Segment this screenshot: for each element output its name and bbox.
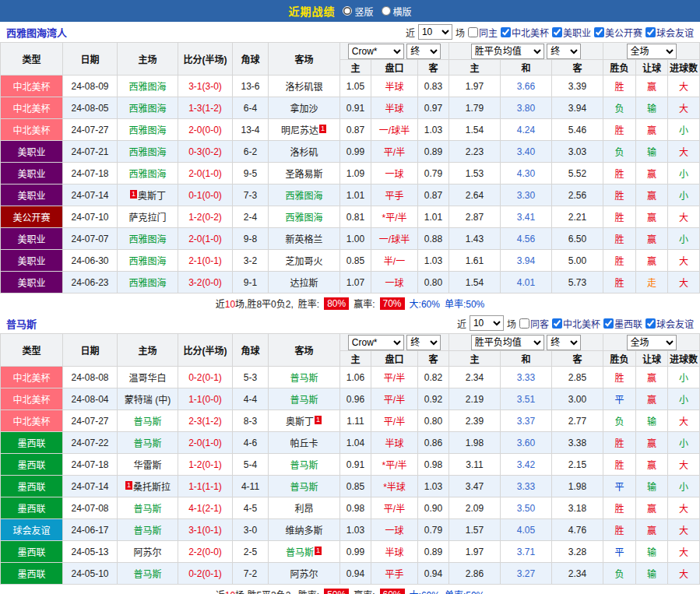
league-checkbox[interactable] xyxy=(552,27,562,37)
recent-count-select[interactable]: 10 xyxy=(470,315,504,331)
team-name-link[interactable]: 圣路易斯 xyxy=(285,169,322,180)
team-name-link[interactable]: 华雷斯 xyxy=(133,460,161,471)
score-link[interactable]: 1-3(1-2) xyxy=(178,97,233,119)
score-link[interactable]: 4-1(2-1) xyxy=(178,497,233,519)
score-link[interactable]: 1-1(1-1) xyxy=(178,476,233,497)
team-name-link[interactable]: 桑托斯拉 xyxy=(133,482,171,493)
team-name-link[interactable]: 洛杉矶银 xyxy=(285,82,322,93)
score-link[interactable]: 2-1(0-1) xyxy=(178,250,233,272)
europe-avg-select[interactable]: 胜平负均值 xyxy=(471,44,544,59)
team-name-link[interactable]: 温哥华白 xyxy=(128,373,166,384)
same-venue-checkbox[interactable] xyxy=(468,27,478,37)
team-name-link[interactable]: 洛杉矶 xyxy=(290,147,318,158)
match-date: 24-06-17 xyxy=(63,519,118,541)
team-name-link[interactable]: 西雅图海 xyxy=(128,256,166,267)
team-name-link[interactable]: 西雅图海 xyxy=(128,104,166,114)
recent-count-select[interactable]: 10 xyxy=(418,24,452,40)
score-link[interactable]: 1-1(0-0) xyxy=(178,388,233,410)
same-venue-filter[interactable]: 同客 xyxy=(519,317,549,330)
league-filter-club-friendly[interactable]: 球会友谊 xyxy=(645,26,694,39)
asia-home-odds: 1.03 xyxy=(340,519,371,541)
team-name-link[interactable]: 普马斯 xyxy=(290,460,318,471)
league-checkbox[interactable] xyxy=(501,27,511,37)
score-link[interactable]: 2-2(0-0) xyxy=(178,541,233,563)
score-link[interactable]: 1-2(0-2) xyxy=(178,206,233,228)
team-name-link[interactable]: 阿苏尔 xyxy=(133,547,161,558)
result-wdl: 负 xyxy=(603,563,636,585)
score-link[interactable]: 2-0(1-0) xyxy=(178,432,233,454)
odds-final-select[interactable]: 终 xyxy=(406,44,441,59)
score-link[interactable]: 1-2(0-1) xyxy=(178,454,233,476)
layout-vertical-option[interactable]: 竖版 xyxy=(343,5,373,18)
team-name-link[interactable]: 西雅图海 xyxy=(128,278,166,289)
league-filter-us-open-cup[interactable]: 美公开赛 xyxy=(594,26,642,39)
team-name-link[interactable]: 普马斯 xyxy=(133,525,161,536)
team-name-link[interactable]: 普马斯 xyxy=(133,438,161,449)
league-filter-mls[interactable]: 美职业 xyxy=(552,26,591,39)
europe-avg-select[interactable]: 胜平负均值 xyxy=(471,335,544,350)
scope-select[interactable]: 全场 xyxy=(627,44,677,59)
score-link[interactable]: 3-1(0-1) xyxy=(178,519,233,541)
odds-company-select[interactable]: Crow* xyxy=(348,44,404,59)
team-name-link[interactable]: 拿加沙 xyxy=(290,104,318,114)
layout-horizontal-radio[interactable] xyxy=(382,6,391,16)
team-name-link[interactable]: 帕丘卡 xyxy=(290,438,318,449)
league-checkbox[interactable] xyxy=(603,318,614,329)
league-checkbox[interactable] xyxy=(645,27,656,37)
league-checkbox[interactable] xyxy=(594,27,604,37)
team-name-link[interactable]: 西雅图海 xyxy=(285,213,322,223)
team-name-link[interactable]: 萨克拉门 xyxy=(128,213,166,223)
team-name-link[interactable]: 明尼苏达 xyxy=(281,125,318,136)
competition-type: 球会友谊 xyxy=(1,519,63,541)
league-filter-liga-mx[interactable]: 墨西联 xyxy=(603,317,642,330)
league-filter-concacaf[interactable]: 中北美杯 xyxy=(552,317,600,330)
col-type: 类型 xyxy=(1,43,63,76)
team-name-link[interactable]: 普马斯 xyxy=(290,482,318,493)
league-filter-concacaf[interactable]: 中北美杯 xyxy=(501,26,549,39)
team-name-link[interactable]: 芝加哥火 xyxy=(285,256,322,267)
team-name-link[interactable]: 西雅图海 xyxy=(128,234,166,245)
team-name-link[interactable]: 西雅图海 xyxy=(128,169,166,180)
team-name-link[interactable]: 普马斯 xyxy=(290,395,318,406)
score-link[interactable]: 2-0(1-0) xyxy=(178,228,233,250)
score-link[interactable]: 2-0(0-0) xyxy=(178,119,233,141)
team-name-link[interactable]: 西雅图海 xyxy=(128,82,166,93)
team-name-link[interactable]: 西雅图海 xyxy=(128,147,166,158)
team-name-link[interactable]: 奥斯丁 xyxy=(138,191,166,202)
team-name-link[interactable]: 普马斯 xyxy=(286,547,314,558)
team-name-link[interactable]: 西雅图海 xyxy=(285,191,322,202)
europe-final-select[interactable]: 终 xyxy=(547,44,581,59)
same-venue-checkbox[interactable] xyxy=(519,318,529,329)
layout-horizontal-option[interactable]: 横版 xyxy=(382,5,412,18)
team-name-link[interactable]: 奥斯丁 xyxy=(286,417,314,427)
team-name-link[interactable]: 新英格兰 xyxy=(285,234,322,245)
odds-final-select[interactable]: 终 xyxy=(406,335,441,350)
scope-select[interactable]: 全场 xyxy=(627,335,677,350)
score-link[interactable]: 2-3(1-2) xyxy=(178,410,233,432)
score-link[interactable]: 3-1(3-0) xyxy=(178,76,233,97)
team-name-link[interactable]: 普马斯 xyxy=(133,569,161,580)
team-name-link[interactable]: 维纳多斯 xyxy=(285,525,322,536)
layout-vertical-radio[interactable] xyxy=(343,6,352,16)
team-name-link[interactable]: 普马斯 xyxy=(133,504,161,515)
team-name-link[interactable]: 达拉斯 xyxy=(290,278,318,289)
league-checkbox[interactable] xyxy=(645,318,656,329)
team-name-link[interactable]: 阿苏尔 xyxy=(290,569,318,580)
europe-final-select[interactable]: 终 xyxy=(547,335,581,350)
team-name-link[interactable]: 普马斯 xyxy=(133,417,161,427)
score-link[interactable]: 2-0(1-0) xyxy=(178,163,233,185)
team-name-link[interactable]: 利昂 xyxy=(294,504,313,515)
score-link[interactable]: 0-1(0-0) xyxy=(178,185,233,206)
same-venue-filter[interactable]: 同主 xyxy=(468,26,498,39)
team-name-link[interactable]: 西雅图海 xyxy=(128,125,166,136)
win-rate-label: 胜率: xyxy=(298,588,319,594)
score-link[interactable]: 0-2(0-1) xyxy=(178,367,233,388)
score-link[interactable]: 3-2(0-0) xyxy=(178,272,233,293)
league-checkbox[interactable] xyxy=(552,318,562,329)
odds-company-select[interactable]: Crow* xyxy=(348,335,404,350)
score-link[interactable]: 0-3(0-2) xyxy=(178,141,233,163)
team-name-link[interactable]: 普马斯 xyxy=(290,373,318,384)
score-link[interactable]: 0-2(0-1) xyxy=(178,563,233,585)
team-name-link[interactable]: 蒙特瑞 (中) xyxy=(125,395,171,406)
league-filter-club-friendly[interactable]: 球会友谊 xyxy=(645,317,694,330)
